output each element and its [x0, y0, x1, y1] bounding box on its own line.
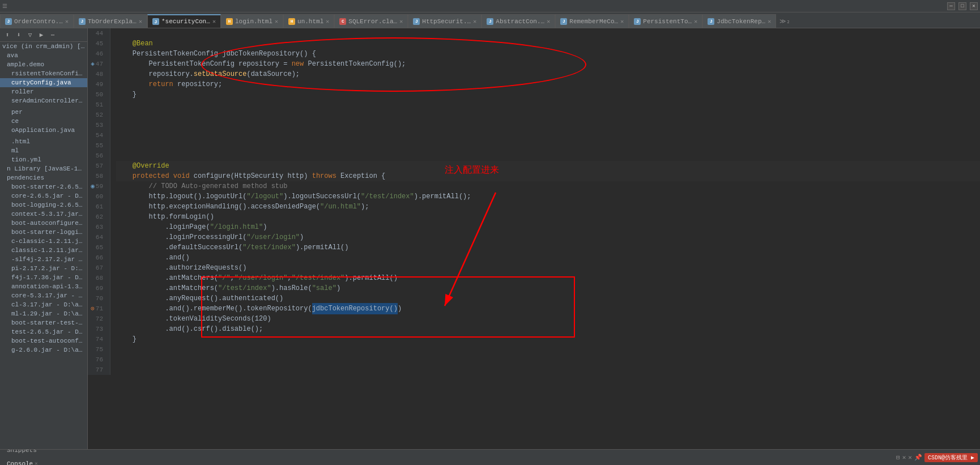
line-number-44: 44 — [88, 28, 106, 39]
sidebar-item-3[interactable]: rsistentTokenConfig.java — [0, 69, 87, 78]
sidebar-item-27[interactable]: f4j-1.7.36.jar - D:\apache-m — [0, 273, 87, 282]
tab-close-t4[interactable]: ✕ — [275, 18, 278, 25]
sidebar-item-0[interactable]: vice (in crm_admin) [crm_a — [0, 42, 87, 51]
sidebar-item-30[interactable]: cl-3.17.jar - D:\apache-ma — [0, 300, 87, 309]
sidebar-item-32[interactable]: boot-starter-test-2.6.5.jar — [0, 318, 87, 327]
tab-t2[interactable]: JTbOrderExpla...✕ — [74, 14, 147, 28]
sidebar-items: vice (in crm_admin) [crm_aavaample.demor… — [0, 42, 87, 355]
close-button[interactable]: ✕ — [970, 2, 978, 10]
tab-label-t2: TbOrderExpla... — [88, 18, 137, 25]
tab-close-t7[interactable]: ✕ — [473, 18, 476, 25]
sidebar-item-15[interactable]: n Library [JavaSE-1.8] — [0, 164, 87, 173]
sidebar-item-16[interactable]: pendencies — [0, 173, 87, 182]
line-number-74: 74 — [88, 334, 106, 344]
sidebar-item-35[interactable]: g-2.6.0.jar - D:\apache-ma — [0, 345, 87, 355]
sidebar-btn-filter[interactable]: ▽ — [25, 30, 35, 40]
tab-close-t11[interactable]: ✕ — [768, 18, 771, 25]
tab-overflow-button[interactable]: ≫₂ — [776, 14, 794, 28]
sidebar-item-6[interactable]: serAdminController.java — [0, 96, 87, 105]
sidebar-item-12[interactable]: .html — [0, 137, 87, 146]
tab-label-t5: un.html — [297, 18, 323, 25]
bottom-tab-5[interactable]: Console ✕ — [2, 458, 86, 466]
minimize-button[interactable]: ─ — [947, 2, 955, 10]
tab-icon-t3: J — [152, 18, 159, 25]
tab-close-t10[interactable]: ✕ — [694, 18, 697, 25]
sidebar-item-4[interactable]: curtyConfig.java — [0, 78, 87, 87]
tab-t6[interactable]: CSQLError.class✕ — [334, 14, 408, 28]
tab-t7[interactable]: JHttpSecurit...✕ — [408, 14, 482, 28]
sidebar-item-2[interactable]: ample.demo — [0, 60, 87, 69]
sidebar-item-24[interactable]: classic-1.2.11.jar - D:\apach — [0, 246, 87, 255]
sidebar-btn-more[interactable]: ⋯ — [48, 30, 58, 40]
tab-t5[interactable]: Hun.html✕ — [283, 14, 334, 28]
line-number-55: 55 — [88, 140, 106, 151]
sidebar-item-25[interactable]: -slf4j-2.17.2.jar - D:\apache — [0, 255, 87, 264]
bottom-icon-1[interactable]: ⊟ — [896, 454, 900, 461]
tab-close-t9[interactable]: ✕ — [620, 18, 624, 25]
sidebar-item-33[interactable]: test-2.6.5.jar - D:\apache-m — [0, 327, 87, 336]
sidebar-item-14[interactable]: tion.yml — [0, 155, 87, 164]
sidebar-item-1[interactable]: ava — [0, 51, 87, 60]
tab-icon-t11: J — [708, 18, 714, 25]
code-line-53 — [116, 120, 980, 130]
line-number-58: 58 — [88, 171, 106, 181]
tab-icon-t7: J — [413, 18, 420, 25]
tab-t9[interactable]: JRememberMeCo...✕ — [555, 14, 629, 28]
sidebar-item-31[interactable]: ml-1.29.jar - D:\apache-ma — [0, 309, 87, 318]
sidebar: ⬆ ⬇ ▽ ▶ ⋯ vice (in crm_admin) [crm_aavaa… — [0, 28, 88, 449]
sidebar-item-8[interactable]: per — [0, 108, 87, 117]
sidebar-item-13[interactable]: ml — [0, 146, 87, 155]
code-line-61: http.exceptionHandling().accessDeniedPag… — [116, 202, 980, 212]
bottom-icon-3[interactable]: ✕ — [908, 454, 912, 461]
tab-close-t3[interactable]: ✕ — [212, 18, 216, 25]
bottom-icon-2[interactable]: ✕ — [902, 454, 906, 461]
sidebar-item-20[interactable]: context-5.3.17.jar - D:\apac — [0, 210, 87, 219]
tab-t8[interactable]: JAbstractCon...✕ — [482, 14, 555, 28]
bottom-tab-4[interactable]: Snippets — [2, 449, 86, 458]
tab-icon-t2: J — [79, 18, 86, 25]
sidebar-item-19[interactable]: boot-logging-2.6.5.jar - D:\a — [0, 200, 87, 210]
tab-close-t5[interactable]: ✕ — [326, 18, 329, 25]
sidebar-item-29[interactable]: core-5.3.17.jar - D:\apache- — [0, 291, 87, 300]
tab-close-t2[interactable]: ✕ — [139, 18, 142, 25]
sidebar-item-17[interactable]: boot-starter-2.6.5.jar - D:\a — [0, 182, 87, 191]
title-bar-controls[interactable]: ─ □ ✕ — [947, 2, 978, 10]
code-line-74: } — [116, 334, 980, 344]
tab-icon-t9: J — [560, 18, 567, 25]
code-line-69: .antMatchers("/test/index").hasRole("sal… — [116, 283, 980, 293]
tab-t11[interactable]: JJdbcTokenRep...✕ — [702, 14, 776, 28]
sidebar-item-18[interactable]: core-2.6.5.jar - D:\apache-r — [0, 191, 87, 200]
sidebar-item-26[interactable]: pi-2.17.2.jar - D:\apache-ma — [0, 264, 87, 273]
tab-t1[interactable]: JOrderContro...✕ — [0, 14, 74, 28]
sidebar-item-28[interactable]: annotation-api-1.3.5.jar - D — [0, 282, 87, 291]
sidebar-item-23[interactable]: c-classic-1.2.11.jar - D:\apa — [0, 237, 87, 246]
tab-label-t4: login.html — [235, 18, 272, 25]
sidebar-item-21[interactable]: boot-autoconfigure-2.6.5.ja — [0, 219, 87, 228]
bottom-tab-close-5[interactable]: ✕ — [35, 460, 37, 465]
sidebar-item-34[interactable]: boot-test-autoconfigure-2.6 — [0, 336, 87, 345]
bottom-right: ⊟ ✕ ✕ 📌 CSDN@仿客残里 ▶ — [896, 453, 978, 462]
line-number-49: 49 — [88, 79, 106, 89]
code-line-54 — [116, 130, 980, 140]
tab-close-t1[interactable]: ✕ — [65, 18, 69, 25]
tab-t10[interactable]: JPersistentTo...✕ — [629, 14, 702, 28]
tab-close-t8[interactable]: ✕ — [547, 18, 550, 25]
sidebar-item-10[interactable]: oApplication.java — [0, 126, 87, 135]
restore-button[interactable]: □ — [958, 2, 966, 10]
code-line-52 — [116, 110, 980, 120]
tab-close-t6[interactable]: ✕ — [399, 18, 403, 25]
sidebar-item-9[interactable]: ce — [0, 117, 87, 126]
code-line-67: .authorizeRequests() — [116, 263, 980, 273]
code-line-59: // TODO Auto-generated method stub — [116, 181, 980, 191]
bottom-icon-4[interactable]: 📌 — [914, 454, 922, 461]
sidebar-btn-up[interactable]: ⬆ — [2, 30, 12, 40]
sidebar-btn-down[interactable]: ⬇ — [14, 30, 24, 40]
code-content[interactable]: @Bean PersistentTokenConfig jdbcTokenRep… — [110, 28, 980, 375]
editor-area[interactable]: 444546◈474849505152535455565758◉59606162… — [88, 28, 980, 449]
sidebar-btn-right[interactable]: ▶ — [36, 30, 46, 40]
sidebar-item-5[interactable]: roller — [0, 87, 87, 96]
line-number-56: 56 — [88, 151, 106, 161]
tab-t4[interactable]: Hlogin.html✕ — [221, 14, 283, 28]
sidebar-item-22[interactable]: boot-starter-logging-2.6.5.j — [0, 228, 87, 237]
tab-t3[interactable]: J*securityCon...✕ — [147, 14, 221, 28]
